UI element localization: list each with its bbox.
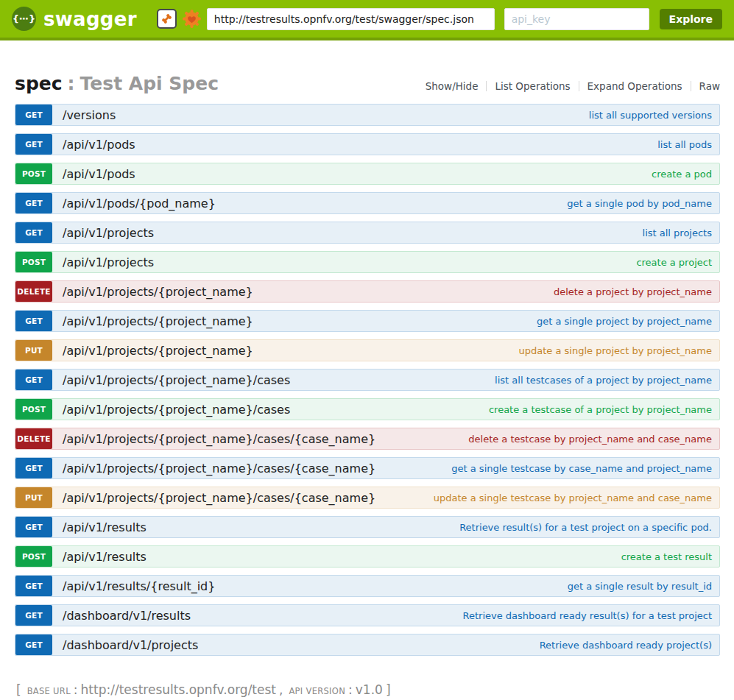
http-method-badge: POST	[15, 399, 52, 420]
endpoint-row[interactable]: PUT /api/v1/projects/{project_name}/case…	[15, 487, 720, 509]
endpoint-row[interactable]: GET /api/v1/results Retrieve result(s) f…	[15, 516, 720, 538]
http-method-badge: GET	[15, 222, 52, 243]
endpoint-path[interactable]: /api/v1/projects/{project_name}	[63, 344, 253, 358]
http-method-badge: GET	[15, 634, 52, 655]
api-version-value: v1.0	[356, 682, 383, 697]
http-method-badge: PUT	[15, 487, 52, 508]
endpoint-row[interactable]: GET /dashboard/v1/results Retrieve dashb…	[15, 604, 720, 626]
endpoint-row[interactable]: GET /api/v1/projects/{project_name} get …	[15, 310, 720, 332]
endpoint-summary[interactable]: get a single result by result_id	[568, 581, 719, 592]
endpoint-summary[interactable]: get a single testcase by case_name and p…	[451, 463, 719, 474]
http-method-badge: GET	[15, 193, 52, 213]
resource-actions: Show/HideList OperationsExpand Operation…	[417, 81, 720, 91]
endpoint-row[interactable]: GET /versions list all supported version…	[15, 104, 720, 126]
footer-comma: ,	[279, 682, 283, 697]
gear-heart-button[interactable]	[182, 9, 202, 29]
endpoint-path[interactable]: /api/v1/projects/{project_name}	[63, 314, 253, 328]
endpoint-summary[interactable]: Retrieve result(s) for a test project on…	[459, 522, 719, 533]
logo-glyph: {⋯}	[13, 13, 36, 24]
endpoint-row[interactable]: DELETE /api/v1/projects/{project_name}/c…	[15, 428, 720, 450]
spec-url-input[interactable]	[207, 8, 495, 30]
resource-separator: :	[68, 73, 75, 94]
endpoint-summary[interactable]: update a single project by project_name	[519, 345, 719, 356]
base-url-footer: [ BASE URL : http://testresults.opnfv.or…	[15, 682, 720, 697]
http-method-badge: DELETE	[15, 281, 52, 302]
footer-colon-1: :	[74, 682, 78, 697]
action-expand-operations[interactable]: Expand Operations	[579, 81, 691, 91]
wordnik-bone-button[interactable]	[157, 9, 177, 29]
endpoint-summary[interactable]: create a project	[636, 257, 719, 268]
footer-open-bracket: [	[16, 682, 21, 697]
http-method-badge: GET	[15, 517, 52, 537]
main-content: spec : Test Api Spec Show/HideList Opera…	[15, 73, 720, 697]
endpoint-row[interactable]: PUT /api/v1/projects/{project_name} upda…	[15, 339, 720, 361]
http-method-badge: GET	[15, 134, 52, 155]
footer-close-bracket: ]	[386, 682, 391, 697]
resource-description: Test Api Spec	[80, 73, 219, 94]
endpoint-row[interactable]: GET /api/v1/projects/{project_name}/case…	[15, 369, 720, 391]
endpoint-row[interactable]: POST /api/v1/projects/{project_name}/cas…	[15, 398, 720, 420]
brand-link[interactable]: swagger	[43, 8, 137, 30]
endpoint-summary[interactable]: list all supported versions	[589, 110, 719, 121]
http-method-badge: GET	[15, 576, 52, 596]
endpoint-row[interactable]: GET /api/v1/projects list all projects	[15, 222, 720, 244]
endpoint-path[interactable]: /api/v1/projects	[63, 255, 154, 269]
http-method-badge: GET	[15, 458, 52, 478]
endpoint-path[interactable]: /versions	[63, 108, 116, 122]
http-method-badge: POST	[15, 163, 52, 184]
endpoint-path[interactable]: /api/v1/projects	[63, 226, 154, 240]
endpoint-summary[interactable]: create a testcase of a project by projec…	[489, 404, 719, 415]
endpoint-row[interactable]: GET /api/v1/results/{result_id} get a si…	[15, 575, 720, 597]
endpoint-row[interactable]: GET /api/v1/pods/{pod_name} get a single…	[15, 192, 720, 214]
endpoint-path[interactable]: /api/v1/results	[63, 550, 147, 564]
endpoint-summary[interactable]: create a pod	[652, 169, 719, 180]
endpoint-path[interactable]: /dashboard/v1/projects	[63, 638, 198, 652]
endpoint-summary[interactable]: get a single pod by pod_name	[567, 198, 719, 209]
endpoint-path[interactable]: /api/v1/projects/{project_name}/cases/{c…	[63, 432, 375, 446]
endpoint-row[interactable]: GET /dashboard/v1/projects Retrieve dash…	[15, 634, 720, 656]
endpoint-path[interactable]: /api/v1/results/{result_id}	[63, 579, 215, 593]
http-method-badge: PUT	[15, 340, 52, 361]
explore-button[interactable]: Explore	[660, 9, 722, 29]
endpoint-path[interactable]: /api/v1/projects/{project_name}/cases	[63, 403, 290, 417]
http-method-badge: POST	[15, 252, 52, 272]
endpoint-summary[interactable]: create a test result	[621, 551, 719, 562]
endpoint-summary[interactable]: list all pods	[657, 139, 719, 150]
endpoint-path[interactable]: /api/v1/results	[63, 520, 147, 534]
endpoint-summary[interactable]: update a single testcase by project_name…	[434, 492, 719, 503]
endpoint-path[interactable]: /api/v1/projects/{project_name}/cases	[63, 373, 290, 387]
header-bar: {⋯} swagger	[0, 0, 734, 40]
endpoint-summary[interactable]: Retrieve dashboard ready result(s) for a…	[463, 610, 719, 621]
swagger-logo-icon: {⋯}	[12, 7, 36, 31]
api-version-label: API VERSION	[289, 686, 345, 696]
endpoint-path[interactable]: /dashboard/v1/results	[63, 609, 191, 623]
endpoint-row[interactable]: POST /api/v1/pods create a pod	[15, 163, 720, 185]
endpoint-row[interactable]: GET /api/v1/projects/{project_name}/case…	[15, 457, 720, 479]
action-raw[interactable]: Raw	[691, 81, 720, 91]
http-method-badge: GET	[15, 105, 52, 125]
endpoint-path[interactable]: /api/v1/projects/{project_name}/cases/{c…	[63, 462, 375, 475]
endpoint-summary[interactable]: list all testcases of a project by proje…	[495, 375, 719, 386]
endpoint-path[interactable]: /api/v1/pods/{pod_name}	[63, 197, 216, 211]
http-method-badge: GET	[15, 311, 52, 331]
endpoint-path[interactable]: /api/v1/projects/{project_name}/cases/{c…	[63, 491, 375, 505]
endpoint-row[interactable]: POST /api/v1/projects create a project	[15, 251, 720, 273]
endpoint-path[interactable]: /api/v1/pods	[63, 138, 135, 152]
endpoint-summary[interactable]: delete a project by project_name	[554, 286, 719, 297]
endpoint-summary[interactable]: get a single project by project_name	[537, 316, 719, 327]
http-method-badge: GET	[15, 605, 52, 626]
endpoint-summary[interactable]: delete a testcase by project_name and ca…	[468, 434, 719, 445]
endpoint-row[interactable]: GET /api/v1/pods list all pods	[15, 133, 720, 155]
action-list-operations[interactable]: List Operations	[486, 81, 578, 91]
endpoint-summary[interactable]: Retrieve dashboard ready project(s)	[540, 640, 719, 651]
base-url-label: BASE URL	[27, 686, 71, 696]
endpoint-summary[interactable]: list all projects	[643, 227, 719, 238]
endpoint-path[interactable]: /api/v1/projects/{project_name}	[63, 285, 253, 299]
action-show-hide[interactable]: Show/Hide	[417, 81, 487, 91]
endpoint-row[interactable]: DELETE /api/v1/projects/{project_name} d…	[15, 280, 720, 303]
bone-icon	[160, 13, 173, 25]
endpoint-path[interactable]: /api/v1/pods	[63, 167, 135, 181]
api-key-input[interactable]	[504, 8, 649, 30]
base-url-value: http://testresults.opnfv.org/test	[81, 682, 276, 697]
endpoint-row[interactable]: POST /api/v1/results create a test resul…	[15, 545, 720, 568]
